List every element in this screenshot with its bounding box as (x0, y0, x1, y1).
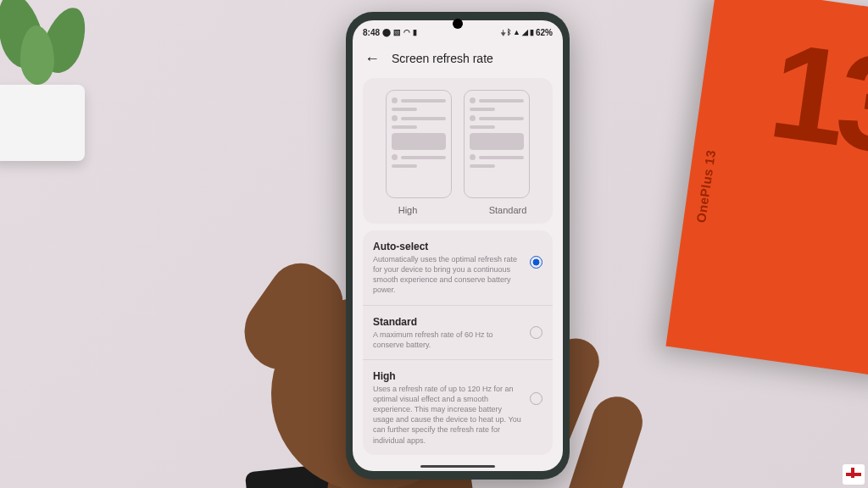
scene-background: OnePlus 13 13 8:48 ⬤ ▧ ◠ ▮ ⏚ ᛒ ▲ (0, 0, 868, 488)
option-high[interactable]: High Uses a refresh rate of up to 120 Hz… (363, 360, 553, 455)
product-box: OnePlus 13 13 (665, 0, 868, 379)
cloud-icon: ◠ (403, 28, 410, 36)
box-front-label: 13 (761, 12, 868, 185)
wifi-icon: ▲ (513, 28, 520, 36)
signal-lte-icon: ▮ (413, 28, 417, 36)
option-title: Standard (373, 316, 523, 328)
option-title: High (373, 370, 523, 382)
bluetooth-icon: ᛒ (507, 28, 511, 36)
battery-percent: 62% (536, 28, 553, 37)
option-title: Auto-select (373, 241, 523, 252)
vibrate-icon: ⏚ (501, 28, 505, 36)
recording-icon: ⬤ (382, 28, 391, 36)
page-header: ← Screen refresh rate (353, 42, 563, 73)
phone-screen: 8:48 ⬤ ▧ ◠ ▮ ⏚ ᛒ ▲ ◢ ▮ 62% ← Screen refr… (353, 20, 563, 471)
wrist-watch (245, 463, 341, 488)
preview-label-high: High (375, 205, 441, 215)
status-time: 8:48 (363, 28, 380, 37)
option-desc: A maximum refresh rate of 60 Hz to conse… (373, 330, 523, 350)
box-side-label: OnePlus 13 (693, 149, 718, 224)
preview-label-standard: Standard (475, 205, 541, 215)
phone-frame: 8:48 ⬤ ▧ ◠ ▮ ⏚ ᛒ ▲ ◢ ▮ 62% ← Screen refr… (346, 12, 570, 480)
radio-unchecked-icon[interactable] (530, 392, 542, 405)
option-desc: Uses a refresh rate of up to 120 Hz for … (373, 384, 523, 446)
option-standard[interactable]: Standard A maximum refresh rate of 60 Hz… (363, 306, 553, 360)
options-list: Auto-select Automatically uses the optim… (363, 230, 553, 455)
preview-card: High Standard (363, 78, 553, 224)
watermark-logo (843, 464, 865, 485)
preview-mock-standard (464, 90, 530, 198)
cellular-icon: ◢ (522, 28, 528, 36)
preview-mock-high (386, 90, 452, 198)
network-icon: ▧ (393, 28, 401, 36)
back-button[interactable]: ← (364, 51, 380, 66)
option-desc: Automatically uses the optimal refresh r… (373, 254, 523, 296)
plant-decor (0, 0, 110, 169)
page-title: Screen refresh rate (392, 52, 493, 65)
battery-icon: ▮ (530, 28, 534, 36)
nav-indicator[interactable] (420, 465, 495, 468)
radio-checked-icon[interactable] (530, 256, 542, 269)
option-auto-select[interactable]: Auto-select Automatically uses the optim… (363, 230, 553, 306)
front-camera (453, 19, 463, 29)
radio-unchecked-icon[interactable] (530, 326, 542, 339)
